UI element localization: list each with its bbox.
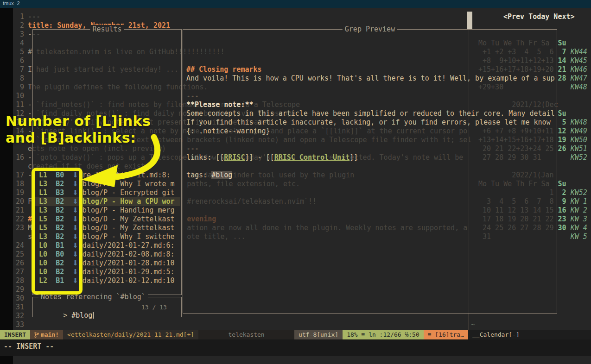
result-item[interactable]: L1 B0 ⬇ re I mention it.md:8: bbox=[39, 171, 171, 180]
c-link: RRISC Control Unit bbox=[274, 153, 350, 162]
down-arrow-icon: ⬇ bbox=[72, 241, 78, 250]
c-fg: ]] - [[ bbox=[245, 153, 274, 162]
link-count-badge: L3 bbox=[39, 197, 47, 206]
result-item[interactable]: L3 B2 ⬇ blog/P - How a CPU wor bbox=[39, 197, 175, 206]
prompt-caret: > bbox=[63, 311, 71, 320]
result-filename: blog/D - My Zettelkast bbox=[83, 215, 175, 223]
text-cursor bbox=[93, 312, 94, 319]
backlink-count-badge: B0 bbox=[56, 171, 64, 179]
tmux-status-bar: tmux -2 bbox=[0, 0, 591, 8]
c-fg: --- bbox=[186, 144, 199, 153]
result-item[interactable]: L0 B0 ⬇ daily/2021-02-08.md:8: bbox=[39, 250, 175, 259]
results-counter: 13 / 13 bbox=[141, 303, 167, 312]
link-count-badge: L0 bbox=[39, 268, 47, 276]
result-filename: blog/P - Why I switche bbox=[83, 232, 175, 241]
down-arrow-icon: ⬇ bbox=[72, 215, 78, 223]
link-count-badge: L3 bbox=[39, 232, 47, 241]
down-arrow-icon: ⬇ bbox=[72, 232, 78, 241]
down-arrow-icon: ⬇ bbox=[72, 188, 78, 197]
preview-line: Some concepts in this article have been … bbox=[186, 109, 555, 118]
c-fg: ]] bbox=[350, 153, 358, 162]
result-item[interactable]: L2 B1 ⬇ daily/2021-02-12.md:10 bbox=[39, 276, 175, 285]
git-branch: main! bbox=[30, 330, 63, 339]
result-item[interactable]: L0 B1 ⬇ daily/2021-01-27.md:6: bbox=[39, 241, 175, 250]
preview-line: If you find this article inaccurate, lac… bbox=[186, 118, 551, 127]
c-orange: ## Closing remarks bbox=[186, 65, 262, 74]
search-prompt[interactable]: > #blog bbox=[38, 302, 94, 329]
down-arrow-icon: ⬇ bbox=[72, 259, 78, 267]
mode-indicator: INSERT bbox=[0, 330, 30, 339]
backlink-count-badge: B2 bbox=[56, 206, 64, 214]
result-filename: re I mention it.md:8: bbox=[83, 171, 171, 179]
filetype: telekasten bbox=[198, 330, 294, 339]
encoding: utf-8[unix] bbox=[294, 330, 343, 339]
c-fg: --- bbox=[186, 92, 199, 100]
down-arrow-icon: ⬇ bbox=[72, 197, 78, 206]
c-match: #blog bbox=[211, 171, 232, 179]
result-item[interactable]: L5 B2 ⬇ blog/D - My Zettelkast bbox=[39, 215, 175, 224]
command-line: -- INSERT -- bbox=[0, 339, 591, 356]
tab-indicator: ≡ [16]tra… bbox=[424, 330, 468, 339]
result-filename: blog/D - My Zettelkast bbox=[83, 224, 175, 232]
result-item[interactable]: L3 B2 ⬇ blog/P - Why I switche bbox=[39, 232, 175, 241]
link-count-badge: L1 bbox=[39, 188, 47, 197]
result-item[interactable]: L3 B2 ⬇ blog/P - Handling merg bbox=[39, 206, 175, 215]
link-count-badge: L3 bbox=[39, 206, 47, 214]
preview-line: And voila! This is how a CPU works! That… bbox=[186, 74, 555, 83]
statusline: INSERTmain!<ettelkasten/daily/2021-11-21… bbox=[0, 330, 591, 339]
c-fg: tags: bbox=[186, 171, 211, 179]
result-filename: blog/P - Handling merg bbox=[83, 206, 175, 214]
prompt-input[interactable]: #blog bbox=[71, 311, 92, 320]
result-item[interactable]: L3 B2 ⬇ blog/P - Why I wrote m bbox=[39, 180, 175, 188]
result-item[interactable]: L0 B2 ⬇ daily/2021-01-29.md:5: bbox=[39, 268, 175, 276]
mode-message: -- INSERT -- bbox=[4, 342, 54, 351]
link-count-badge: L2 bbox=[39, 276, 47, 285]
backlink-count-badge: B2 bbox=[56, 259, 64, 267]
backlink-count-badge: B2 bbox=[56, 180, 64, 188]
c-fg: If you find this article inaccurate, lac… bbox=[186, 118, 551, 126]
preview-line: links: [[RRISC]] - [[RRISC Control Unit]… bbox=[186, 153, 358, 162]
down-arrow-icon: ⬇ bbox=[72, 171, 78, 179]
result-item[interactable]: L1 B3 ⬇ blog/P - Encrypted git bbox=[39, 188, 175, 197]
tmux-session-title: tmux -2 bbox=[3, 0, 20, 6]
content-layer: > #blog 13 / 13 L1 B0 ⬇ re I mention it.… bbox=[13, 8, 591, 364]
c-link: RRISC bbox=[224, 153, 245, 162]
down-arrow-icon: ⬇ bbox=[72, 206, 78, 214]
preview-line: ## Closing remarks bbox=[186, 65, 262, 74]
c-fgb: **Please note:** bbox=[186, 100, 254, 109]
c-fg: And voila! This is how a CPU works! That… bbox=[186, 74, 555, 82]
file-path: <ettelkasten/daily/2021-11-21.md[+] bbox=[63, 330, 198, 339]
down-arrow-icon: ⬇ bbox=[72, 276, 78, 285]
down-arrow-icon: ⬇ bbox=[72, 180, 78, 188]
c-fg: links: [[ bbox=[186, 153, 224, 162]
backlink-count-badge: B1 bbox=[56, 241, 64, 250]
cursor-position: 18% ≡ ln :12/66 ℅:50 bbox=[343, 330, 424, 339]
backlink-count-badge: B2 bbox=[56, 232, 64, 241]
scrollbar-thumb[interactable] bbox=[467, 12, 472, 29]
link-count-badge: L0 bbox=[39, 241, 47, 250]
c-fg: {: .notice--warning} bbox=[186, 127, 270, 135]
preview-line: **Please note:** bbox=[186, 100, 254, 109]
result-filename: blog/P - How a CPU wor bbox=[83, 197, 175, 206]
backlink-count-badge: B2 bbox=[56, 224, 64, 232]
preview-line: --- bbox=[186, 144, 199, 153]
backlink-count-badge: B1 bbox=[56, 276, 64, 285]
down-arrow-icon: ⬇ bbox=[72, 224, 78, 232]
link-count-badge: L0 bbox=[39, 259, 47, 267]
link-count-badge: L0 bbox=[39, 250, 47, 258]
calendar-statusline: __Calendar[-] bbox=[468, 330, 591, 339]
down-arrow-icon: ⬇ bbox=[72, 268, 78, 276]
result-item[interactable]: L5 B2 ⬇ blog/D - My Zettelkast bbox=[39, 224, 175, 232]
preview-line: --- bbox=[186, 92, 199, 100]
backlink-count-badge: B3 bbox=[56, 188, 64, 197]
terminal-window: { "tmux": { "title": "tmux -2" }, "color… bbox=[0, 0, 591, 364]
result-filename: blog/P - Encrypted git bbox=[83, 188, 175, 197]
result-filename: daily/2021-02-08.md:8: bbox=[83, 250, 175, 258]
link-count-badge: L5 bbox=[39, 215, 47, 223]
editor-screen: <Prev Today Next> ~ ~ 1---2title: Sunday… bbox=[13, 8, 591, 364]
link-count-badge: L5 bbox=[39, 224, 47, 232]
backlink-count-badge: B0 bbox=[56, 250, 64, 258]
backlink-count-badge: B2 bbox=[56, 215, 64, 223]
result-filename: daily/2021-01-29.md:5: bbox=[83, 268, 175, 276]
result-item[interactable]: L0 B2 ⬇ daily/2021-01-28.md:10 bbox=[39, 259, 175, 268]
